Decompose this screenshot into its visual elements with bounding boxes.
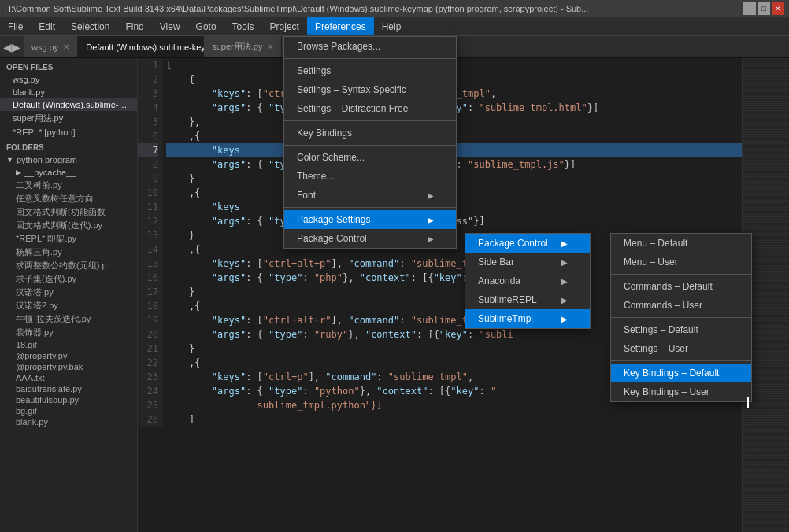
menu-project[interactable]: Project	[262, 17, 307, 35]
stmpl-settings-user[interactable]: Settings – User	[611, 339, 751, 358]
stmpl-menu-user[interactable]: Menu – User	[611, 253, 751, 272]
preferences-dropdown: Browse Packages... Settings Settings – S…	[283, 36, 457, 249]
sep4	[284, 207, 456, 208]
tab-nav-left[interactable]: ◀▶	[0, 41, 24, 54]
stmpl-commands-user[interactable]: Commands – User	[611, 296, 751, 315]
menu-settings[interactable]: Settings	[284, 61, 456, 80]
sublimetmpl-submenu: Menu – Default Menu – User Commands – De…	[610, 233, 752, 402]
menu-browse-packages[interactable]: Browse Packages...	[284, 37, 456, 56]
submenu-package-control[interactable]: Package Control ▶	[465, 234, 590, 253]
menu-tools[interactable]: Tools	[224, 17, 262, 35]
sidebar-file-blank[interactable]: blank.py	[0, 86, 137, 98]
sep1	[284, 58, 456, 59]
stmpl-commands-default[interactable]: Commands – Default	[611, 277, 751, 296]
sidebar-arrow-icon: ▶	[561, 258, 568, 267]
code-line-26: ]	[166, 412, 742, 427]
tab-super[interactable]: super用法.py ✕	[204, 36, 282, 58]
submenu-sublimerepl[interactable]: SublimeREPL ▶	[465, 290, 590, 309]
file-hanoi[interactable]: 汉诺塔.py	[9, 286, 137, 299]
file-beautifulsoup[interactable]: beautifulsoup.py	[9, 394, 137, 405]
file-repl-arch[interactable]: *REPL* 即架.py	[9, 232, 137, 246]
stmpl-keybindings-user[interactable]: Key Bindings – User	[611, 382, 751, 401]
file-property[interactable]: @property.py	[9, 350, 137, 361]
menu-view[interactable]: View	[152, 17, 188, 35]
file-18gif[interactable]: 18.gif	[9, 339, 137, 350]
sidebar-file-default[interactable]: Default (Windows).sublime-key	[0, 98, 137, 111]
submenu-anaconda[interactable]: Anaconda ▶	[465, 272, 590, 290]
file-blank[interactable]: blank.py	[9, 416, 137, 427]
menu-goto[interactable]: Goto	[188, 17, 224, 35]
folder-children: ▶ __pycache__ 二叉树前.py 任意叉数树任意方向… 回文格式判断(…	[0, 166, 137, 427]
submenu-sublimetmpl[interactable]: SublimeTmpl ▶	[465, 309, 590, 328]
file-aaa[interactable]: AAA.txt	[9, 372, 137, 383]
stmpl-settings-default[interactable]: Settings – Default	[611, 320, 751, 339]
menu-font[interactable]: Font ▶	[284, 186, 456, 205]
folder-name: python program	[17, 155, 77, 164]
sidebar-file-super[interactable]: super用法.py	[0, 111, 137, 126]
folders-label: FOLDERS	[0, 139, 137, 153]
maximize-button[interactable]: □	[758, 2, 770, 15]
pc-arrow-icon: ▶	[561, 239, 568, 248]
sidebar-file-wsg[interactable]: wsg.py	[0, 73, 137, 86]
sidebar-file-repl[interactable]: *REPL* [python]	[0, 126, 137, 139]
menu-color-scheme[interactable]: Color Scheme...	[284, 148, 456, 167]
subfolder-name: __pycache__	[24, 168, 76, 177]
subfolder-arrow-icon: ▶	[16, 168, 21, 176]
open-files-label: OPEN FILES	[0, 58, 137, 73]
menu-help[interactable]: Help	[374, 17, 409, 35]
tab-close-wsg[interactable]: ✕	[63, 42, 69, 51]
menu-theme[interactable]: Theme...	[284, 167, 456, 186]
package-settings-submenu: Package Control ▶ Side Bar ▶ Anaconda ▶ …	[465, 233, 591, 329]
sidebar: OPEN FILES wsg.py blank.py Default (Wind…	[0, 58, 138, 532]
menu-settings-distraction[interactable]: Settings – Distraction Free	[284, 99, 456, 118]
close-button[interactable]: ✕	[772, 2, 784, 15]
tab-wsg[interactable]: wsg.py ✕	[24, 36, 78, 58]
cursor-indicator	[747, 397, 749, 408]
window-controls: ─ □ ✕	[743, 2, 784, 15]
subfolder-pycache[interactable]: ▶ __pycache__	[9, 166, 137, 179]
file-bggif[interactable]: bg.gif	[9, 405, 137, 416]
menu-find[interactable]: Find	[117, 17, 151, 35]
anaconda-arrow-icon: ▶	[561, 277, 568, 286]
tab-label: super用法.py	[212, 41, 262, 53]
folder-arrow-icon: ▼	[6, 156, 13, 164]
file-yanghui[interactable]: 杨辉三角.py	[9, 246, 137, 259]
line-numbers: 12345 678910 1112131415 1617181920 21222…	[138, 58, 163, 427]
file-newton[interactable]: 牛顿-拉夫茨迭代.py	[9, 312, 137, 326]
stmpl-sep1	[611, 274, 751, 275]
tab-default-windows[interactable]: Default (Windows).sublime-keymap ✕	[78, 36, 204, 58]
sep3	[284, 145, 456, 146]
file-decorator[interactable]: 装饰器.py	[9, 326, 137, 339]
package-control-arrow-icon: ▶	[428, 235, 434, 243]
stmpl-menu-default[interactable]: Menu – Default	[611, 234, 751, 253]
menu-package-settings[interactable]: Package Settings ▶	[284, 210, 456, 229]
stmpl-sep2	[611, 317, 751, 318]
menu-settings-syntax[interactable]: Settings – Syntax Specific	[284, 80, 456, 99]
font-arrow-icon: ▶	[428, 191, 434, 200]
menu-file[interactable]: File	[0, 17, 31, 35]
stmpl-sep3	[611, 360, 751, 361]
file-property-bak[interactable]: @property.py.bak	[9, 361, 137, 372]
menu-package-control[interactable]: Package Control ▶	[284, 229, 456, 248]
file-binaryTree[interactable]: 二叉树前.py	[9, 179, 137, 192]
file-hanoi2[interactable]: 汉诺塔2.py	[9, 299, 137, 312]
file-task1[interactable]: 任意叉数树任意方向…	[9, 192, 137, 205]
sublimetmpl-arrow-icon: ▶	[561, 315, 568, 323]
menu-bar: File Edit Selection Find View Goto Tools…	[0, 17, 789, 36]
folder-python-program[interactable]: ▼ python program	[0, 153, 137, 166]
minimize-button[interactable]: ─	[743, 2, 756, 15]
submenu-side-bar[interactable]: Side Bar ▶	[465, 253, 590, 272]
tab-close-super[interactable]: ✕	[267, 42, 273, 51]
menu-edit[interactable]: Edit	[31, 17, 63, 35]
file-palindrome1[interactable]: 回文格式判断(功能函数	[9, 205, 137, 219]
title-bar: H:\Common Soft\Sublime Text Build 3143 x…	[0, 0, 789, 17]
menu-selection[interactable]: Selection	[63, 17, 117, 35]
file-palindrome2[interactable]: 回文格式判断(迭代).py	[9, 219, 137, 232]
file-gcd[interactable]: 求两整数公约数(元组).p	[9, 259, 137, 272]
menu-preferences[interactable]: Preferences	[307, 17, 374, 35]
file-baidu[interactable]: baidutranslate.py	[9, 383, 137, 394]
file-subset[interactable]: 求子集(迭代).py	[9, 272, 137, 286]
menu-key-bindings[interactable]: Key Bindings	[284, 124, 456, 142]
window-title: H:\Common Soft\Sublime Text Build 3143 x…	[5, 4, 743, 13]
stmpl-keybindings-default[interactable]: Key Bindings – Default	[611, 364, 751, 382]
